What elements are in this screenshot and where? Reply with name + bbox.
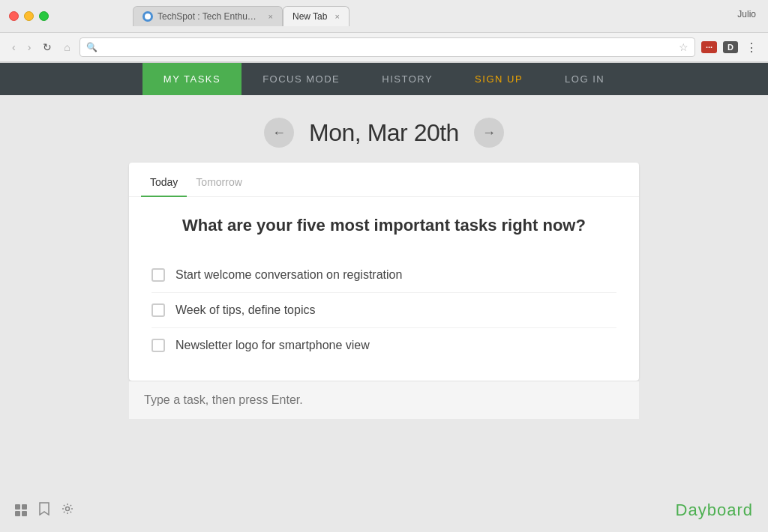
task-text: Start welcome conversation on registrati… (176, 268, 402, 282)
tab-tomorrow[interactable]: Tomorrow (187, 172, 250, 197)
task-text: Week of tips, define topics (176, 303, 315, 317)
nav-bar: ‹ › ↻ ⌂ 🔍 ☆ ··· D ⋮ (0, 33, 768, 62)
date-display: Mon, Mar 20th (309, 119, 459, 147)
task-checkbox[interactable] (152, 303, 165, 317)
forward-button[interactable]: › (25, 40, 34, 55)
settings-icon[interactable] (62, 503, 74, 518)
app-nav: MY TASKS FOCUS MODE HISTORY SIGN UP LOG … (0, 63, 768, 95)
brand-logo: Dayboard (676, 501, 753, 520)
task-text: Newsletter logo for smartphone view (176, 339, 370, 352)
task-input[interactable] (144, 393, 624, 407)
next-date-button[interactable]: → (474, 118, 504, 148)
tab-today[interactable]: Today (141, 172, 187, 197)
extension-btn-1[interactable]: ··· (701, 41, 717, 53)
address-input[interactable] (102, 42, 674, 53)
task-item: Week of tips, define topics (152, 293, 616, 328)
task-list: Start welcome conversation on registrati… (152, 258, 616, 363)
nav-focus-mode[interactable]: FOCUS MODE (242, 63, 361, 95)
back-button[interactable]: ‹ (9, 40, 19, 55)
close-button[interactable] (9, 11, 19, 21)
extension-btn-2[interactable]: D (723, 41, 738, 53)
task-prompt: What are your five most important tasks … (152, 215, 616, 237)
task-item: Newsletter logo for smartphone view (152, 328, 616, 363)
nav-my-tasks[interactable]: MY TASKS (142, 63, 242, 95)
task-input-area[interactable] (129, 381, 639, 419)
tab-favicon (142, 11, 153, 22)
search-icon: 🔍 (86, 42, 98, 52)
title-bar: TechSpot : Tech Enthusiasts, P... × New … (0, 0, 768, 33)
date-nav: ← Mon, Mar 20th → (264, 118, 504, 148)
tab-title-techspot: TechSpot : Tech Enthusiasts, P... (158, 11, 261, 22)
footer-icons (15, 502, 74, 519)
bookmark-footer-icon[interactable] (39, 502, 50, 519)
tabs-bar: TechSpot : Tech Enthusiasts, P... × New … (58, 6, 759, 26)
maximize-button[interactable] (39, 11, 49, 21)
tab-newtab[interactable]: New Tab × (283, 6, 350, 26)
main-content: ← Mon, Mar 20th → Today Tomorrow What ar… (0, 95, 768, 532)
nav-sign-up[interactable]: SIGN UP (454, 63, 544, 95)
minimize-button[interactable] (24, 11, 34, 21)
refresh-button[interactable]: ↻ (40, 40, 55, 55)
footer: Dayboard (15, 501, 753, 520)
task-item: Start welcome conversation on registrati… (152, 258, 616, 293)
svg-point-0 (66, 507, 70, 511)
tab-title-newtab: New Tab (292, 11, 327, 22)
browser-menu-button[interactable]: ⋮ (744, 39, 759, 56)
bookmark-icon[interactable]: ☆ (679, 41, 688, 53)
address-bar[interactable]: 🔍 ☆ (80, 37, 695, 57)
tab-close-techspot[interactable]: × (268, 12, 273, 21)
prev-date-button[interactable]: ← (264, 118, 294, 148)
task-checkbox[interactable] (152, 339, 165, 352)
task-card-body: What are your five most important tasks … (129, 197, 639, 381)
nav-right: ··· D ⋮ (701, 39, 759, 56)
tab-close-newtab[interactable]: × (334, 12, 339, 21)
nav-log-in[interactable]: LOG IN (544, 63, 626, 95)
tab-techspot[interactable]: TechSpot : Tech Enthusiasts, P... × (133, 6, 283, 26)
home-button[interactable]: ⌂ (61, 40, 73, 55)
task-card-tabs: Today Tomorrow (129, 163, 639, 197)
grid-icon[interactable] (15, 504, 27, 516)
nav-history[interactable]: HISTORY (361, 63, 454, 95)
task-checkbox[interactable] (152, 268, 165, 282)
window-user-title: Julio (737, 9, 756, 19)
task-card: Today Tomorrow What are your five most i… (129, 163, 639, 381)
window-chrome: TechSpot : Tech Enthusiasts, P... × New … (0, 0, 768, 63)
traffic-lights (9, 11, 49, 21)
